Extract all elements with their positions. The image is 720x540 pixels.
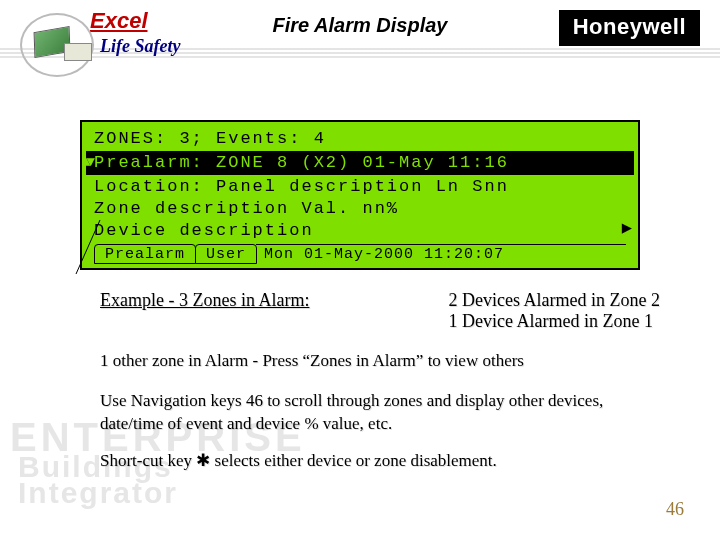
product-logo-area: Excel Life Safety xyxy=(20,8,180,57)
product-icon xyxy=(20,13,110,73)
lcd-line-zones: ZONES: 3; Events: 4 xyxy=(94,128,626,150)
header: Excel Life Safety Fire Alarm Display Hon… xyxy=(0,0,720,60)
lcd-line-selected: ▲▼ Prealarm: ZONE 8 (X2) 01-May 11:16 xyxy=(86,151,634,175)
scroll-indicator-icon: ▲▼ xyxy=(82,153,91,171)
example-caption: Example - 3 Zones in Alarm: 2 Devices Al… xyxy=(100,290,660,332)
caption-details: 2 Devices Alarmed in Zone 2 1 Device Ala… xyxy=(449,290,660,332)
body-paragraph-3: Short-cut key ✱ selects either device or… xyxy=(100,450,660,473)
caption-detail-line1: 2 Devices Alarmed in Zone 2 xyxy=(449,290,660,311)
vendor-logo: Honeywell xyxy=(559,10,700,46)
lcd-status-time: Mon 01-May-2000 11:20:07 xyxy=(256,244,626,264)
lcd-line-zone-desc: Zone description Val. nn% xyxy=(94,198,626,220)
lcd-line-device-desc: Device description xyxy=(94,220,626,242)
brand-subtitle: Life Safety xyxy=(100,36,180,57)
lcd-line-selected-text: Prealarm: ZONE 8 (X2) 01-May 11:16 xyxy=(94,153,509,172)
body-paragraph-2: Use Navigation keys 46 to scroll through… xyxy=(100,390,660,436)
body-paragraph-1: 1 other zone in Alarm - Press “Zones in … xyxy=(100,350,660,373)
right-arrow-icon: ▶ xyxy=(622,218,634,240)
tab-prealarm[interactable]: Prealarm xyxy=(94,244,196,264)
lcd-line-location: Location: Panel description Ln Snn xyxy=(94,176,626,198)
lcd-tab-row: Prealarm User Mon 01-May-2000 11:20:07 xyxy=(94,244,626,264)
page-title: Fire Alarm Display xyxy=(273,14,448,37)
caption-title: Example - 3 Zones in Alarm: xyxy=(100,290,309,332)
watermark-line3: Integrator xyxy=(18,480,306,506)
slide-number: 46 xyxy=(666,499,684,520)
tab-user[interactable]: User xyxy=(195,244,257,264)
fire-alarm-lcd: ZONES: 3; Events: 4 ▲▼ Prealarm: ZONE 8 … xyxy=(80,120,640,270)
caption-detail-line2: 1 Device Alarmed in Zone 1 xyxy=(449,311,660,332)
